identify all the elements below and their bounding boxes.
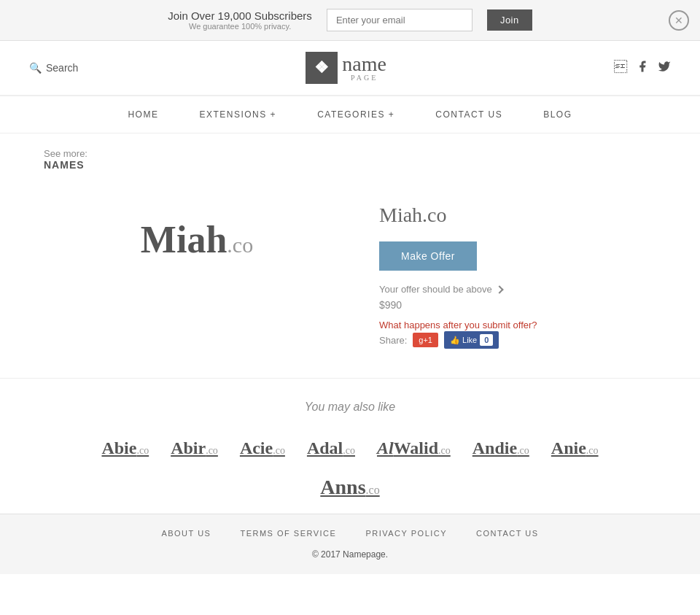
banner-text: Join Over 19,000 Subscribers We guarante… — [168, 9, 312, 31]
what-happens-link[interactable]: What happens after you submit offer? — [379, 320, 537, 330]
google-plus-button[interactable]: g+1 — [413, 333, 438, 347]
search-area[interactable]: 🔍 Search — [29, 62, 78, 74]
domain-full-name: Miah.co — [379, 204, 656, 227]
main-content: Miah.co Miah.co Make Offer Your offer sh… — [0, 174, 700, 378]
similar-domain-andie[interactable]: Andie.co — [465, 436, 537, 461]
facebook-like-button[interactable]: 👍 Like 0 — [444, 331, 499, 349]
share-label: Share: — [379, 335, 407, 346]
also-like-grid: Abie.co Abir.co Acie.co Adal.co AlWalid.… — [44, 436, 656, 461]
footer-copyright: © 2017 Namepage. — [29, 549, 671, 560]
twitter-icon[interactable] — [636, 60, 649, 77]
names-link[interactable]: NAMES — [44, 159, 656, 171]
also-like-bottom-row: Anns.co — [44, 476, 656, 499]
chevron-right-icon — [495, 285, 503, 293]
similar-domain-abir[interactable]: Abir.co — [163, 436, 225, 461]
fb-like-label: 👍 Like — [450, 336, 477, 345]
breadcrumb: See more: NAMES — [0, 134, 700, 174]
similar-domain-anie[interactable]: Anie.co — [544, 436, 606, 461]
nav-item-extensions[interactable]: EXTENSIONS + — [179, 96, 297, 133]
twitter-bird-icon[interactable] — [658, 60, 671, 77]
offer-amount: $990 — [379, 299, 656, 311]
social-icons:  — [614, 60, 671, 77]
logo-area: ❖ namePAGE — [306, 52, 386, 84]
footer-link-contact[interactable]: CONTACT US — [476, 529, 539, 538]
footer-link-terms[interactable]: TERMS OF SERVICE — [240, 529, 336, 538]
nav-item-home[interactable]: HOME — [107, 96, 179, 133]
logo-icon-box: ❖ — [306, 52, 338, 84]
header: 🔍 Search ❖ namePAGE  — [0, 41, 700, 96]
domain-tld-part: .co — [227, 233, 253, 257]
similar-domain-adal[interactable]: Adal.co — [300, 436, 362, 461]
banner-headline: Join Over 19,000 Subscribers — [168, 9, 312, 22]
domain-info: Miah.co Make Offer Your offer should be … — [379, 189, 656, 349]
fb-like-count: 0 — [480, 334, 493, 346]
facebook-icon[interactable]:  — [614, 60, 627, 77]
share-row: Share: g+1 👍 Like 0 — [379, 331, 656, 349]
domain-name-part: Miah — [141, 219, 227, 260]
similar-domain-abie[interactable]: Abie.co — [94, 436, 156, 461]
logo-text: namePAGE — [338, 54, 386, 82]
nav-item-categories[interactable]: CATEGORIES + — [297, 96, 415, 133]
close-banner-button[interactable]: ✕ — [669, 10, 689, 31]
email-input[interactable] — [327, 9, 472, 31]
see-more-label: See more: — [44, 148, 88, 159]
similar-domain-acie[interactable]: Acie.co — [233, 436, 292, 461]
main-nav: HOME EXTENSIONS + CATEGORIES + CONTACT U… — [0, 96, 700, 134]
also-like-title: You may also like — [44, 401, 656, 414]
footer-link-privacy[interactable]: PRIVACY POLICY — [365, 529, 447, 538]
nav-item-contact[interactable]: CONTACT US — [415, 96, 523, 133]
footer-link-about[interactable]: ABOUT US — [161, 529, 211, 538]
banner-subline: We guarantee 100% privacy. — [168, 22, 312, 31]
search-icon: 🔍 — [29, 62, 42, 74]
nav-item-blog[interactable]: BLOG — [523, 96, 592, 133]
offer-info-text: Your offer should be above — [379, 284, 656, 295]
join-button[interactable]: Join — [487, 9, 532, 31]
similar-domain-anns[interactable]: Anns.co — [313, 473, 386, 501]
domain-logo-area: Miah.co — [44, 189, 350, 290]
similar-domain-alwalid[interactable]: AlWalid.co — [370, 436, 458, 461]
logo-link[interactable]: ❖ namePAGE — [306, 52, 386, 84]
domain-logo-display: Miah.co — [141, 218, 253, 261]
also-like-section: You may also like Abie.co Abir.co Acie.c… — [0, 378, 700, 514]
search-label: Search — [46, 62, 78, 74]
footer: ABOUT US TERMS OF SERVICE PRIVACY POLICY… — [0, 514, 700, 574]
footer-links: ABOUT US TERMS OF SERVICE PRIVACY POLICY… — [29, 529, 671, 538]
top-banner: Join Over 19,000 Subscribers We guarante… — [0, 0, 700, 41]
make-offer-button[interactable]: Make Offer — [379, 241, 477, 271]
